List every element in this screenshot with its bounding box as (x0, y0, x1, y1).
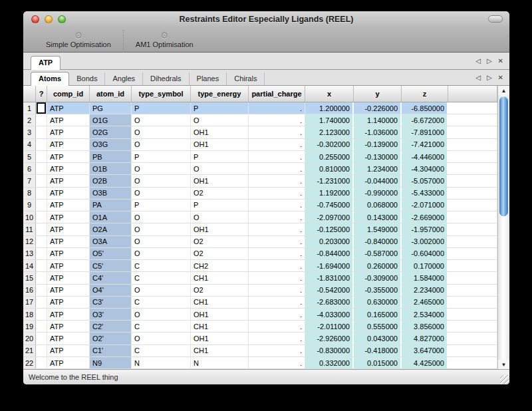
y-cell[interactable]: 0.143000 (354, 211, 402, 223)
mark-column-header[interactable]: ? (36, 86, 47, 102)
mark-cell[interactable] (36, 139, 47, 150)
mark-cell[interactable] (36, 345, 47, 356)
partial-charge-cell[interactable]: . (249, 151, 305, 162)
x-cell[interactable]: 0.332000 (305, 357, 354, 368)
type-energy-cell[interactable]: P (191, 200, 249, 211)
zoom-window-button[interactable] (58, 15, 66, 23)
y-cell[interactable]: 0.068000 (354, 200, 402, 211)
tab-scroll-left-icon[interactable]: ◁ (475, 74, 481, 81)
type-energy-cell[interactable]: CH1 (191, 321, 249, 332)
row-number[interactable]: 5 (23, 151, 36, 162)
atom-id-cell[interactable]: O2' (90, 333, 132, 344)
mark-cell[interactable] (36, 102, 47, 114)
partial-charge-cell[interactable]: . (249, 260, 305, 271)
type-energy-cell[interactable]: OH1 (191, 309, 249, 320)
partial-charge-cell[interactable]: . (249, 309, 305, 320)
type-energy-cell[interactable]: O2 (191, 188, 249, 199)
type-energy-cell[interactable]: CH1 (191, 297, 249, 308)
x-cell[interactable]: -2.683000 (305, 297, 354, 308)
x-cell[interactable]: -0.542000 (305, 285, 354, 296)
x-cell[interactable]: 1.740000 (305, 114, 354, 126)
minimize-window-button[interactable] (45, 15, 53, 23)
y-cell[interactable]: -1.036000 (354, 126, 402, 138)
atom-id-cell[interactable]: O5' (90, 248, 132, 259)
mark-cell[interactable] (36, 248, 47, 259)
comp-id-cell[interactable]: ATP (47, 248, 90, 259)
z-cell[interactable]: -7.421000 (402, 139, 448, 150)
row-number[interactable]: 7 (23, 175, 36, 186)
comp-id-cell[interactable]: ATP (47, 345, 90, 356)
y-cell[interactable]: -0.587000 (354, 248, 402, 259)
scrollbar-track[interactable] (498, 95, 509, 360)
scrollbar-thumb[interactable] (499, 96, 508, 216)
partial-charge-cell[interactable]: . (249, 200, 305, 211)
partial-charge-cell[interactable]: . (249, 357, 305, 368)
mark-cell[interactable] (36, 333, 47, 344)
atom-id-cell[interactable]: O3G (90, 139, 132, 150)
row-number[interactable]: 10 (23, 211, 36, 223)
atom-id-cell[interactable]: PG (90, 102, 132, 114)
type-energy-cell[interactable]: O (191, 114, 249, 126)
comp-id-cell[interactable]: ATP (47, 126, 90, 138)
atom-id-cell[interactable]: O3B (90, 188, 132, 199)
type-symbol-cell[interactable]: P (132, 151, 191, 162)
comp-id-cell[interactable]: ATP (47, 188, 90, 199)
z-cell[interactable]: 4.425000 (402, 357, 448, 368)
type-symbol-cell[interactable]: P (132, 102, 191, 114)
tab-close-icon[interactable]: ✕ (498, 74, 503, 81)
atom-id-cell[interactable]: C5' (90, 260, 132, 271)
z-cell[interactable]: -7.891000 (402, 126, 448, 138)
partial-charge-cell[interactable]: . (249, 236, 305, 247)
atom-id-cell[interactable]: C4' (90, 272, 132, 283)
z-cell[interactable]: -1.957000 (402, 223, 448, 235)
comp-id-cell[interactable]: ATP (47, 321, 90, 332)
type-symbol-cell[interactable]: O (132, 285, 191, 296)
type-symbol-cell[interactable]: O (132, 333, 191, 344)
y-cell[interactable]: 1.234000 (354, 163, 402, 174)
mark-cell[interactable] (36, 236, 47, 247)
x-cell[interactable]: 0.255000 (305, 151, 354, 162)
comp-id-cell[interactable]: ATP (47, 223, 90, 235)
comp-id-cell[interactable]: ATP (47, 285, 90, 296)
y-cell[interactable]: -0.226000 (354, 102, 402, 114)
atom-id-cell[interactable]: O3A (90, 236, 132, 247)
table-row[interactable]: 10ATPO1AOO.-2.0970000.143000-2.669000 (23, 211, 497, 223)
x-cell[interactable]: -0.844000 (305, 248, 354, 259)
x-cell[interactable]: 0.203000 (305, 236, 354, 247)
z-cell[interactable]: 2.234000 (402, 285, 448, 296)
y-cell[interactable]: -0.355000 (354, 285, 402, 296)
tab-planes[interactable]: Planes (190, 72, 227, 85)
vertical-scrollbar[interactable]: ▲ ▼ (497, 86, 509, 369)
z-cell[interactable]: 2.465000 (402, 297, 448, 308)
mark-cell[interactable] (36, 285, 47, 296)
type-energy-cell[interactable]: OH1 (191, 333, 249, 344)
mark-cell[interactable] (36, 126, 47, 138)
x-cell[interactable]: 0.810000 (305, 163, 354, 174)
atom-id-cell[interactable]: PB (90, 151, 132, 162)
type-symbol-cell[interactable]: O (132, 211, 191, 223)
row-number[interactable]: 16 (23, 285, 36, 296)
partial-charge-cell[interactable]: . (249, 163, 305, 174)
mark-cell[interactable] (36, 211, 47, 223)
atom-id-cell[interactable]: PA (90, 200, 132, 211)
type-symbol-cell[interactable]: O (132, 163, 191, 174)
atom-id-cell[interactable]: C3' (90, 297, 132, 308)
partial-charge-cell[interactable]: . (249, 126, 305, 138)
partial-charge-cell[interactable]: . (249, 272, 305, 283)
simple-optimisation-button[interactable]: ⚙ Simple Optimisation (35, 31, 122, 49)
z-header[interactable]: z (402, 86, 448, 102)
z-cell[interactable]: -6.672000 (402, 114, 448, 126)
tab-angles[interactable]: Angles (105, 72, 143, 85)
row-number[interactable]: 20 (23, 333, 36, 344)
type-energy-cell[interactable]: P (191, 151, 249, 162)
table-row[interactable]: 21ATPC1'CCH1.-0.830000-0.4180003.647000 (23, 345, 497, 357)
tab-scroll-left-icon[interactable]: ◁ (475, 58, 481, 65)
comp-id-cell[interactable]: ATP (47, 114, 90, 126)
mark-cell[interactable] (36, 272, 47, 283)
scroll-down-icon[interactable]: ▼ (498, 360, 509, 369)
atom-id-header[interactable]: atom_id (90, 86, 132, 102)
table-row[interactable]: 14ATPC5'CCH2.-1.6940000.2600000.170000 (23, 260, 497, 272)
type-symbol-cell[interactable]: O (132, 223, 191, 235)
partial-charge-cell[interactable]: . (249, 345, 305, 356)
y-cell[interactable]: -0.139000 (354, 139, 402, 150)
